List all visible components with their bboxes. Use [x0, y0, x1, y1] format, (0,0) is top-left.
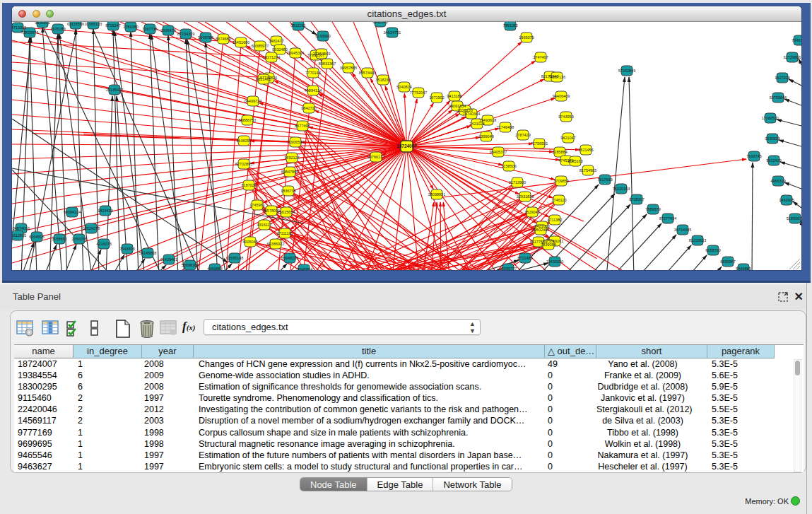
svg-text:4216073: 4216073	[96, 242, 111, 246]
svg-text:1745961: 1745961	[249, 203, 264, 207]
svg-text:1399049: 1399049	[478, 134, 493, 139]
svg-text:55886753: 55886753	[239, 118, 256, 122]
svg-text:1592124: 1592124	[284, 156, 299, 160]
svg-text:98084124: 98084124	[64, 210, 81, 214]
svg-text:13171274: 13171274	[263, 55, 280, 59]
svg-text:4005045: 4005045	[242, 240, 257, 244]
svg-text:4711382: 4711382	[547, 218, 562, 222]
svg-text:49894134: 49894134	[305, 88, 322, 93]
svg-text:77752047: 77752047	[410, 90, 427, 95]
svg-text:80112805: 80112805	[12, 233, 26, 238]
svg-text:9421047: 9421047	[560, 136, 575, 140]
svg-text:9821465: 9821465	[256, 77, 271, 81]
svg-text:8708317: 8708317	[629, 197, 644, 201]
svg-text:1746120: 1746120	[551, 198, 566, 202]
svg-text:62702895: 62702895	[235, 162, 252, 166]
svg-text:13433200: 13433200	[546, 259, 563, 264]
svg-text:3482477: 3482477	[269, 39, 283, 43]
svg-text:18724007: 18724007	[396, 144, 417, 148]
svg-text:76945314: 76945314	[287, 51, 304, 55]
svg-text:25135427: 25135427	[106, 88, 123, 92]
svg-text:79740344: 79740344	[463, 112, 480, 116]
svg-text:17080531: 17080531	[762, 116, 779, 120]
svg-text:39502402: 39502402	[532, 228, 549, 232]
svg-text:55698169: 55698169	[182, 263, 199, 267]
svg-text:9521456: 9521456	[578, 148, 593, 152]
svg-text:1969379: 1969379	[519, 35, 534, 40]
svg-text:87234309: 87234309	[177, 32, 194, 36]
svg-text:7839084: 7839084	[541, 243, 555, 247]
svg-text:36995777: 36995777	[500, 267, 517, 270]
svg-text:9413186: 9413186	[447, 94, 461, 98]
svg-text:73829973: 73829973	[21, 30, 38, 35]
svg-text:69847896: 69847896	[281, 170, 298, 174]
svg-text:7770143: 7770143	[305, 71, 320, 75]
svg-text:3285884: 3285884	[552, 150, 567, 154]
svg-text:32931839: 32931839	[517, 194, 534, 199]
svg-text:5158506: 5158506	[501, 164, 516, 168]
svg-text:7889579: 7889579	[645, 207, 660, 211]
svg-text:34957885: 34957885	[340, 66, 357, 70]
svg-text:01429401: 01429401	[160, 257, 177, 262]
svg-text:34714345: 34714345	[674, 228, 691, 232]
svg-text:7346706: 7346706	[792, 38, 801, 42]
svg-text:3267736: 3267736	[142, 27, 157, 31]
svg-text:71906594: 71906594	[287, 140, 304, 144]
svg-text:3709859: 3709859	[553, 179, 568, 183]
svg-text:01065133: 01065133	[85, 22, 102, 26]
svg-text:6998543: 6998543	[372, 22, 387, 24]
svg-text:76320163: 76320163	[613, 187, 630, 191]
svg-text:3518233: 3518233	[375, 78, 390, 82]
svg-text:6690967: 6690967	[720, 259, 735, 264]
svg-text:1824493: 1824493	[98, 209, 112, 213]
svg-text:31713900: 31713900	[509, 180, 526, 185]
svg-text:57262849: 57262849	[618, 69, 635, 73]
svg-text:15451680: 15451680	[233, 40, 249, 45]
svg-text:1671902: 1671902	[429, 95, 444, 100]
svg-text:7991183: 7991183	[502, 23, 517, 28]
svg-text:3685160: 3685160	[567, 159, 582, 163]
svg-text:9636057: 9636057	[236, 139, 251, 143]
svg-text:80831367: 80831367	[319, 62, 336, 66]
svg-text:34874016: 34874016	[13, 226, 30, 230]
svg-text:1491905: 1491905	[779, 198, 794, 202]
svg-text:5009788: 5009788	[198, 35, 213, 40]
svg-text:51850671: 51850671	[787, 216, 801, 221]
svg-text:7543303: 7543303	[119, 247, 134, 251]
svg-text:81754965: 81754965	[579, 168, 596, 173]
svg-text:62729806: 62729806	[784, 55, 801, 59]
svg-text:6193990: 6193990	[315, 34, 330, 38]
svg-text:8726247: 8726247	[105, 23, 120, 28]
svg-text:29946804: 29946804	[295, 267, 312, 270]
svg-text:74367136: 74367136	[548, 75, 565, 79]
svg-text:53755646: 53755646	[770, 95, 787, 100]
svg-text:9743953: 9743953	[558, 115, 573, 119]
svg-text:54145868: 54145868	[139, 251, 156, 255]
svg-text:2787429: 2787429	[515, 133, 530, 137]
svg-text:0330923: 0330923	[765, 136, 779, 141]
svg-text:3105183: 3105183	[50, 27, 65, 31]
svg-text:8677496: 8677496	[295, 124, 310, 128]
svg-text:6204505: 6204505	[29, 235, 44, 239]
svg-text:3158692: 3158692	[52, 237, 66, 241]
svg-text:85574443: 85574443	[359, 71, 376, 75]
svg-text:04499727: 04499727	[245, 99, 261, 103]
svg-text:8721489: 8721489	[517, 256, 532, 260]
svg-text:0842710: 0842710	[301, 106, 316, 110]
svg-text:2421024: 2421024	[469, 122, 484, 126]
svg-text:71756551: 71756551	[531, 141, 548, 146]
svg-text:0812191: 0812191	[290, 23, 305, 28]
svg-text:28098851: 28098851	[428, 192, 445, 197]
svg-text:6658760: 6658760	[705, 248, 720, 252]
svg-text:00766177: 00766177	[367, 155, 384, 159]
svg-text:5674680: 5674680	[216, 37, 230, 41]
svg-text:78713315: 78713315	[12, 25, 26, 30]
svg-text:1781080: 1781080	[123, 25, 138, 29]
svg-text:1836736: 1836736	[281, 189, 295, 193]
svg-text:71746488: 71746488	[497, 125, 514, 129]
svg-text:87277434: 87277434	[659, 216, 676, 221]
svg-text:0932480: 0932480	[272, 47, 287, 52]
svg-text:34624751: 34624751	[384, 30, 401, 35]
svg-text:60385977: 60385977	[252, 44, 269, 48]
svg-text:65648236: 65648236	[281, 256, 298, 260]
